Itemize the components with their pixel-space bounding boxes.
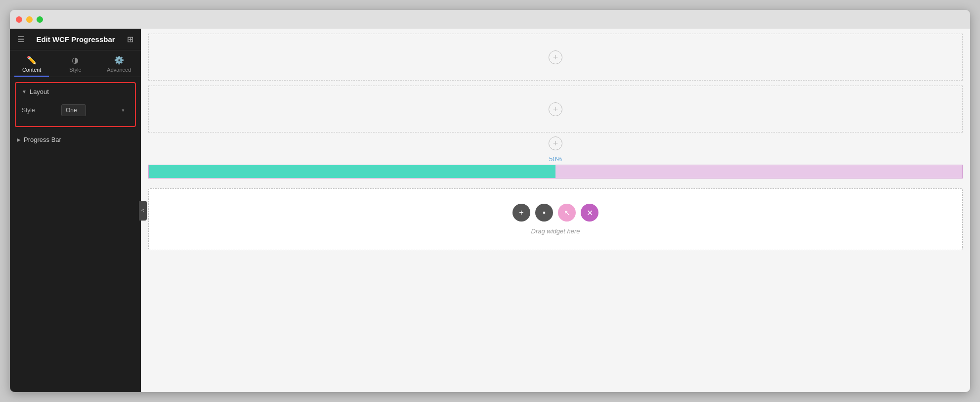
progress-percent-label: 50%: [148, 155, 963, 163]
traffic-lights: [16, 16, 43, 23]
add-section-top-button[interactable]: +: [549, 50, 562, 64]
layout-section-body: Style One Two Three: [16, 100, 135, 126]
tab-style-label: Style: [69, 67, 81, 73]
progress-bar-section-header[interactable]: ▶ Progress Bar: [15, 132, 136, 147]
style-select[interactable]: One Two Three: [61, 104, 86, 116]
main-area: ☰ Edit WCF Progressbar ⊞ ✏️ Content ◑ St…: [10, 29, 970, 392]
pencil-icon: ✏️: [27, 55, 37, 65]
style-label: Style: [22, 107, 61, 114]
layout-arrow-icon: ▼: [22, 89, 27, 94]
drag-widget-label: Drag widget here: [531, 227, 580, 235]
circle-icon: ◑: [72, 55, 79, 65]
progress-bar-container: 50%: [148, 155, 963, 179]
widget-arrow-button[interactable]: ↖: [558, 204, 576, 222]
grid-icon[interactable]: ⊞: [127, 35, 133, 44]
progress-fill: [149, 165, 555, 178]
sidebar-header: ☰ Edit WCF Progressbar ⊞: [10, 29, 141, 50]
add-section-third-button[interactable]: +: [549, 136, 562, 150]
add-section-third: +: [141, 133, 970, 150]
sidebar-tabs: ✏️ Content ◑ Style ⚙️ Advanced: [10, 50, 141, 77]
sidebar-content: ▼ Layout Style One Two Three: [10, 77, 141, 392]
widget-cross-button[interactable]: ✕: [581, 204, 598, 222]
style-select-wrapper: One Two Three: [61, 104, 129, 116]
tab-style[interactable]: ◑ Style: [53, 50, 97, 77]
minimize-button[interactable]: [26, 16, 33, 23]
layout-section-title: Layout: [30, 88, 49, 95]
tab-content[interactable]: ✏️ Content: [10, 50, 53, 77]
layout-section: ▼ Layout Style One Two Three: [15, 82, 136, 127]
progress-bar-section-title: Progress Bar: [24, 136, 61, 143]
style-form-row: Style One Two Three: [22, 104, 129, 116]
sidebar-collapse-button[interactable]: <: [139, 201, 147, 221]
progress-track: [148, 165, 963, 179]
add-section-mid-button[interactable]: +: [549, 102, 562, 116]
close-button[interactable]: [16, 16, 22, 23]
widget-drop-area[interactable]: + ▪ ↖ ✕ Drag widget here: [148, 188, 963, 250]
widget-add-button[interactable]: +: [512, 204, 530, 222]
widget-folder-button[interactable]: ▪: [535, 204, 553, 222]
canvas-area: + + + 50%: [141, 29, 970, 392]
sidebar-title: Edit WCF Progressbar: [36, 35, 115, 44]
widget-buttons: + ▪ ↖ ✕: [512, 204, 598, 222]
app-window: ☰ Edit WCF Progressbar ⊞ ✏️ Content ◑ St…: [10, 10, 970, 392]
layout-section-header[interactable]: ▼ Layout: [16, 83, 135, 100]
tab-advanced[interactable]: ⚙️ Advanced: [97, 50, 141, 77]
canvas-section-top: +: [148, 34, 963, 81]
progress-bar-section: ▶ Progress Bar: [15, 132, 136, 147]
collapse-icon: <: [141, 208, 144, 213]
hamburger-icon[interactable]: ☰: [17, 35, 24, 44]
titlebar: [10, 10, 970, 29]
sidebar: ☰ Edit WCF Progressbar ⊞ ✏️ Content ◑ St…: [10, 29, 141, 392]
gear-icon: ⚙️: [114, 55, 124, 65]
canvas-inner: + + + 50%: [141, 29, 970, 392]
tab-advanced-label: Advanced: [107, 67, 131, 73]
progress-bar-arrow-icon: ▶: [17, 137, 21, 142]
tab-content-label: Content: [22, 67, 42, 73]
maximize-button[interactable]: [37, 16, 43, 23]
canvas-section-mid: +: [148, 86, 963, 133]
